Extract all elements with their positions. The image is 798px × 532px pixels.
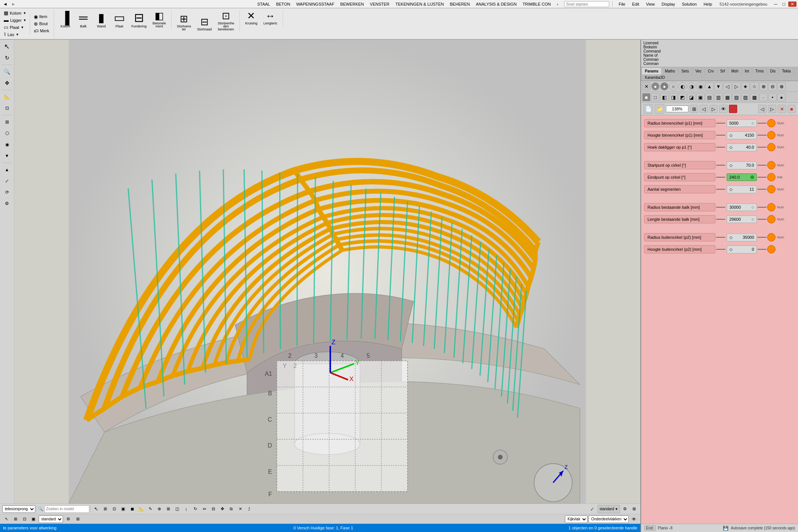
gh-tool-star[interactable]: ★ <box>741 82 750 90</box>
spin-8[interactable]: ◇ <box>751 217 754 221</box>
tool-measure[interactable]: 📐 <box>2 92 13 102</box>
gh-tool-minus[interactable]: ⊖ <box>768 82 777 90</box>
gh-cancel[interactable]: ✕ <box>778 105 786 113</box>
param-value-1[interactable]: 5000 ◇ <box>727 119 757 127</box>
ribbon-lengteric-btn[interactable]: ↔ Lengteric <box>261 10 280 26</box>
win-minimize[interactable]: ─ <box>772 2 780 7</box>
ribbon-balk-btn[interactable]: ═ Balk <box>75 11 92 29</box>
tab-sets[interactable]: Sets <box>678 68 692 74</box>
gh-view-all[interactable]: ⊞ <box>690 105 698 113</box>
bt-select-all[interactable]: ⊞ <box>101 505 109 513</box>
tool-render[interactable]: ▲ <box>2 164 13 175</box>
tool-transform[interactable]: ⟳ <box>2 187 13 197</box>
gh-tool-close[interactable]: ✕ <box>642 82 650 90</box>
bt-rotate[interactable]: ↻ <box>191 505 199 513</box>
param-value-5[interactable]: 240.0 <box>727 173 757 181</box>
bt-solid[interactable]: ▣ <box>119 505 127 513</box>
gh-tool-circle1[interactable]: ● <box>651 82 659 90</box>
tab-srf[interactable]: Srf <box>717 68 729 74</box>
spin-7[interactable]: ◇ <box>751 205 754 209</box>
tab-dis[interactable]: Dis <box>767 68 779 74</box>
nav-forward-btn[interactable]: ► <box>10 2 17 7</box>
model-search[interactable] <box>44 505 89 513</box>
gh-tool-sq8[interactable]: ▤ <box>705 93 714 101</box>
tab-trms[interactable]: Trms <box>752 68 767 74</box>
ribbon-ligger-btn[interactable]: ▬ Ligger ▼ <box>2 17 28 23</box>
onderdeelvlakken-select[interactable]: Onderdeelvlakken <box>589 515 629 523</box>
tool-pan[interactable]: ✥ <box>2 78 13 88</box>
param-value-9[interactable]: ◇ 35000 <box>727 234 757 241</box>
param-value-6[interactable]: ◇ 11 <box>727 185 757 193</box>
tool-zoom[interactable]: 🔍 <box>2 66 13 77</box>
param-value-10[interactable]: ◇ 0 <box>727 246 757 253</box>
gh-tool-circle3[interactable]: ○ <box>669 82 678 90</box>
win-close[interactable]: ✕ <box>788 2 796 7</box>
win-maximize[interactable]: □ <box>780 2 787 7</box>
gh-tool-tri-left[interactable]: ◁ <box>723 82 732 90</box>
ribbon-kolom-large-btn[interactable]: ▐ Kolom <box>57 11 74 29</box>
ribbon-fundering-btn[interactable]: ⊟ Fundering <box>129 11 149 29</box>
ribbon-plaat-btn[interactable]: ▭ Plaat ▼ <box>2 24 28 30</box>
phase-dropdown[interactable]: teleoorsprong <box>2 505 35 513</box>
gh-tool-tri-down[interactable]: ▼ <box>714 82 723 90</box>
nav-back-btn[interactable]: ◄ <box>2 2 9 7</box>
menu-trimble[interactable]: TRIMBLE CON <box>519 1 554 7</box>
menu-analysis[interactable]: ANALYSIS & DESIGN <box>473 1 520 7</box>
tool-select[interactable]: ↖ <box>2 41 13 52</box>
ribbon-stortvenster-btn[interactable]: ⊞ Stortvens ter <box>175 13 193 32</box>
gh-tool-circle4[interactable]: ◐ <box>678 82 687 90</box>
menu-bewerken[interactable]: BEWERKEN <box>337 1 367 7</box>
bt-delete[interactable]: ✕ <box>236 505 244 513</box>
bt2-4[interactable]: ▣ <box>29 515 38 523</box>
menu-view[interactable]: View <box>643 1 658 7</box>
bt2-eye[interactable]: 👁 <box>630 515 638 523</box>
bt-copy[interactable]: ⧉ <box>227 505 235 513</box>
ribbon-item-btn[interactable]: ◉ Item <box>32 14 51 20</box>
spin-1[interactable]: ◇ <box>751 121 754 125</box>
bt-measure2[interactable]: 📐 <box>137 505 145 513</box>
menu-help[interactable]: Help <box>700 1 715 7</box>
menu-staal[interactable]: STAAL <box>254 1 273 7</box>
tab-crv[interactable]: Crv <box>705 68 717 74</box>
gh-tool-sq9[interactable]: ▥ <box>714 93 723 101</box>
tab-vec[interactable]: Vec <box>692 68 705 74</box>
bt2-grid3[interactable]: ⊞ <box>74 515 82 523</box>
tool-grid[interactable]: ⊞ <box>2 117 13 127</box>
tool-assembly[interactable]: ◉ <box>2 139 13 150</box>
gh-tool-circle5[interactable]: ◑ <box>687 82 696 90</box>
gh-tool-sq1[interactable]: ■ <box>642 93 650 101</box>
tool-parts[interactable]: ⬡ <box>2 128 13 139</box>
gh-folder-btn[interactable]: 📁 <box>655 104 664 114</box>
kijkvlak-select[interactable]: Kijkvlak <box>565 515 587 523</box>
gh-tool-sq11[interactable]: ▧ <box>732 93 741 101</box>
tab-maths[interactable]: Maths <box>662 68 678 74</box>
ribbon-wand-btn[interactable]: ▮ Wand <box>93 11 110 29</box>
ribbon-bout-btn[interactable]: ⊕ Bout <box>32 21 51 27</box>
gh-tool-dot3[interactable]: ● <box>777 93 786 101</box>
menu-edit[interactable]: Edit <box>629 1 642 7</box>
tab-karamba[interactable]: Karamba3D <box>642 74 668 81</box>
bt-align[interactable]: ↕ <box>182 505 190 513</box>
menu-beton[interactable]: BETON <box>273 1 293 7</box>
bt-wire[interactable]: ⊡ <box>110 505 118 513</box>
gh-tool-plus[interactable]: ⊕ <box>759 82 768 90</box>
gh-tool-star2[interactable]: ☆ <box>750 82 759 90</box>
gh-tool-sq5[interactable]: ◩ <box>678 93 687 101</box>
gh-tool-sq13[interactable]: ▩ <box>750 93 759 101</box>
bt-cursor[interactable]: ↖ <box>92 505 100 513</box>
bt-array[interactable]: ⊟ <box>209 505 217 513</box>
bt-options2[interactable]: ⊞ <box>630 505 638 513</box>
gh-tool-tri-up[interactable]: ▲ <box>705 82 714 90</box>
bt-options1[interactable]: ⚙ <box>621 505 629 513</box>
gh-tool-sq4[interactable]: ◨ <box>669 93 678 101</box>
gh-tool-circle2[interactable]: ● <box>660 82 669 90</box>
param-value-7[interactable]: 30000 ◇ <box>727 203 757 211</box>
gh-tool-sq2[interactable]: □ <box>651 93 659 101</box>
menu-more[interactable]: › <box>554 1 562 7</box>
bt-plane[interactable]: ◫ <box>173 505 181 513</box>
ribbon-stortnaad-btn[interactable]: ⊟ Stortnaad <box>195 16 214 32</box>
tool-check[interactable]: ✓ <box>2 176 13 186</box>
menu-venster[interactable]: VENSTER <box>367 1 393 7</box>
bt-render2[interactable]: ◼ <box>128 505 136 513</box>
ribbon-storteenheden-btn[interactable]: ⊡ Storteenhe den berekenen <box>215 10 236 32</box>
